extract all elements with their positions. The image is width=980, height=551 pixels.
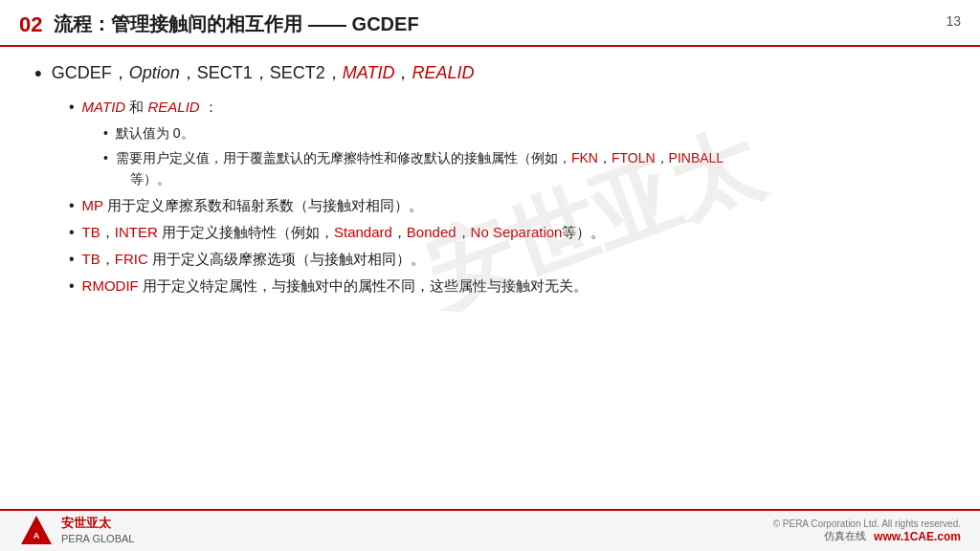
footer-logo: A 安世亚太 PERA GLOBAL — [19, 514, 134, 548]
bullet-l2-dot: • — [69, 96, 75, 119]
bullet-l2-mp: • MP 用于定义摩擦系数和辐射系数（与接触对相同）。 — [69, 194, 946, 217]
bullet-l1-gcdef: • GCDEF，Option，SECT1，SECT2，MATID，REALID — [34, 60, 946, 88]
bullet-l3-default: • 默认值为 0。 — [103, 122, 946, 143]
matid-text: MATID — [343, 63, 395, 82]
inter-mid: 用于定义接触特性（例如， — [158, 224, 334, 240]
bullet-l2-rmodif: • RMODIF 用于定义特定属性，与接触对中的属性不同，这些属性与接触对无关。 — [69, 275, 946, 298]
sect-text: ，SECT1，SECT2， — [180, 63, 343, 82]
bullet-l3-dot-1: • — [103, 122, 108, 143]
tb-text-2: TB — [82, 251, 100, 267]
copyright-text: © PERA Corporation Ltd. All rights reser… — [773, 518, 961, 529]
bullet-l2-tb-inter: • TB，INTER 用于定义接触特性（例如，Standard，Bonded，N… — [69, 221, 946, 244]
inter-text: INTER — [115, 224, 158, 240]
bullet-l1-dot: • — [34, 60, 42, 88]
bullet-l2-text-rmodif: RMODIF 用于定义特定属性，与接触对中的属性不同，这些属性与接触对无关。 — [82, 275, 588, 298]
site2-text: www.1CAE.com — [874, 530, 961, 543]
realid-text: REALID — [412, 63, 474, 82]
bullet-l2-matid-realid: • MATID 和 REALID ： — [69, 96, 946, 119]
mp-text: MP — [82, 197, 103, 213]
brand-sub: PERA GLOBAL — [61, 532, 134, 545]
footer-right-block: © PERA Corporation Ltd. All rights reser… — [773, 518, 961, 543]
bonded-text: Bonded — [407, 224, 457, 240]
rmodif-rest: 用于定义特定属性，与接触对中的属性不同，这些属性与接触对无关。 — [139, 277, 588, 294]
rmodif-text: RMODIF — [82, 277, 139, 294]
slide-footer: A 安世亚太 PERA GLOBAL © PERA Corporation Lt… — [0, 509, 980, 551]
slide-number: 02 — [19, 12, 42, 37]
bullet-l2-dot-inter: • — [69, 221, 75, 244]
bullet-l2-text-inter: TB，INTER 用于定义接触特性（例如，Standard，Bonded，No … — [82, 221, 606, 244]
fric-text: FRIC — [115, 251, 148, 267]
option-text: Option — [129, 63, 180, 82]
comma-text: ， — [394, 63, 412, 82]
footer-sites: 仿真在线 www.1CAE.com — [773, 529, 961, 543]
fric-rest: 用于定义高级摩擦选项（与接触对相同）。 — [148, 251, 425, 267]
mp-rest: 用于定义摩擦系数和辐射系数（与接触对相同）。 — [103, 197, 423, 213]
bullet-l2-text-mp: MP 用于定义摩擦系数和辐射系数（与接触对相同）。 — [82, 194, 423, 217]
bullet-l3-text-1: 默认值为 0。 — [116, 122, 194, 143]
gcdef-text: GCDEF， — [52, 63, 129, 82]
realid-label: REALID — [148, 99, 200, 115]
bullet-l3-dot-2: • — [103, 147, 108, 168]
bullet-l2-dot-mp: • — [69, 194, 75, 217]
bullet-l2-tb-fric: • TB，FRIC 用于定义高级摩擦选项（与接触对相同）。 — [69, 248, 946, 271]
bullet-l3-required: • 需要用户定义值，用于覆盖默认的无摩擦特性和修改默认的接触属性（例如，FKN，… — [103, 147, 946, 190]
nosep-text: No Separation — [471, 224, 563, 240]
colon-text: ： — [204, 99, 218, 115]
brand-name: 安世亚太 — [61, 516, 134, 532]
svg-text:A: A — [33, 531, 40, 540]
bullet-l2-text: MATID 和 REALID ： — [82, 96, 218, 119]
main-content: 安世亚太 • GCDEF，Option，SECT1，SECT2，MATID，RE… — [0, 47, 980, 311]
bullet-l2-dot-fric: • — [69, 248, 75, 271]
site1-text: 仿真在线 — [824, 529, 866, 543]
slide-title: 流程：管理接触间的相互作用 —— GCDEF — [54, 11, 418, 37]
bullet-l3-text-2: 需要用户定义值，用于覆盖默认的无摩擦特性和修改默认的接触属性（例如，FKN，FT… — [116, 147, 724, 190]
logo-svg: A — [19, 514, 54, 548]
tb-text-1: TB — [82, 224, 100, 240]
logo-icon: A — [19, 514, 54, 548]
fkn-text: FKN — [571, 150, 598, 165]
bullet-l2-dot-rmodif: • — [69, 275, 75, 298]
he-text: 和 — [129, 99, 147, 115]
bullet-l2-text-fric: TB，FRIC 用于定义高级摩擦选项（与接触对相同）。 — [82, 248, 425, 271]
slide-header: 02 流程：管理接触间的相互作用 —— GCDEF 13 — [0, 0, 980, 47]
page-number: 13 — [946, 13, 961, 29]
standard-text: Standard — [334, 224, 392, 240]
ftoln-text: FTOLN — [612, 150, 656, 165]
matid-label: MATID — [82, 99, 126, 115]
logo-text-block: 安世亚太 PERA GLOBAL — [61, 516, 134, 545]
bullet-l1-text: GCDEF，Option，SECT1，SECT2，MATID，REALID — [52, 60, 475, 86]
pinball-text: PINBALL — [669, 150, 724, 165]
